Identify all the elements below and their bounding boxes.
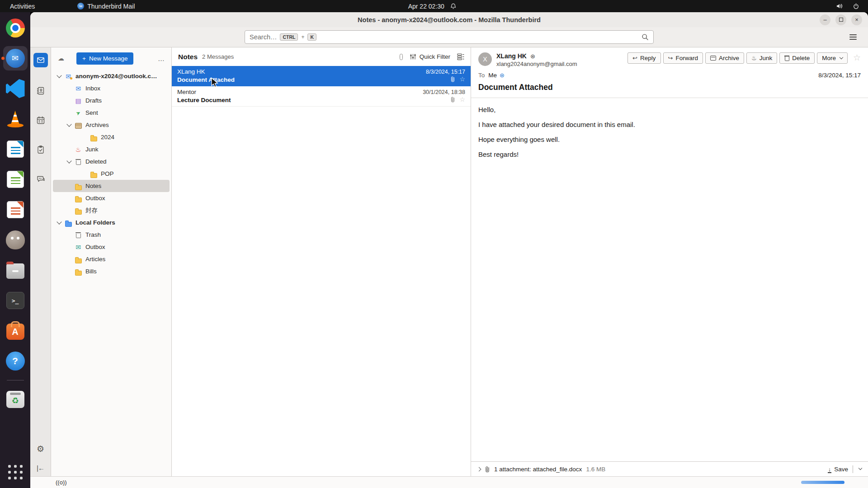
folder-item-trash[interactable]: Trash — [53, 229, 170, 241]
settings-gear-button[interactable]: ⚙ — [37, 444, 44, 454]
app-menu-button[interactable] — [847, 32, 859, 42]
dock-item-libreoffice-writer[interactable] — [3, 137, 28, 161]
folder-item-sent[interactable]: Sent — [53, 107, 170, 119]
message-list-display-options-icon[interactable] — [457, 53, 464, 60]
paperclip-icon — [450, 76, 455, 82]
dock-item-google-chrome[interactable] — [3, 16, 28, 40]
paperclip-icon — [450, 96, 455, 103]
delete-button[interactable]: Delete — [779, 52, 815, 64]
dock-item-libreoffice-calc[interactable] — [3, 167, 28, 192]
folder-item-anonym-x2024-outlook-c-[interactable]: anonym-x2024@outlook.c… — [53, 70, 170, 82]
folder-item-deleted[interactable]: Deleted — [53, 155, 170, 168]
maximize-button[interactable] — [835, 14, 846, 25]
dock-item-vlc[interactable] — [3, 107, 28, 131]
address-book-star-icon[interactable]: ⊛ — [530, 53, 535, 60]
reply-button[interactable]: Reply — [627, 52, 660, 64]
calendar-space-button[interactable] — [36, 116, 45, 125]
thunderbird-window: Notes - anonym-x2024@outlook.com - Mozil… — [30, 12, 868, 488]
mail-space-button[interactable] — [33, 53, 48, 67]
google-chrome-icon — [6, 19, 25, 38]
window-titlebar[interactable]: Notes - anonym-x2024@outlook.com - Mozil… — [30, 12, 868, 27]
addressbook-space-button[interactable] — [36, 86, 45, 95]
folder-item-archives[interactable]: Archives — [53, 119, 170, 131]
dock-item-gimp[interactable] — [3, 228, 28, 252]
chat-space-button[interactable] — [36, 174, 45, 183]
body-paragraph: I have attached your desired document in… — [478, 121, 861, 128]
search-input[interactable]: Search… CTRL + K — [245, 30, 654, 44]
folder-icon — [75, 207, 82, 214]
folder-icon — [75, 195, 82, 202]
star-icon[interactable]: ☆ — [459, 75, 465, 83]
star-icon[interactable]: ☆ — [459, 96, 465, 103]
bell-icon — [450, 3, 457, 10]
thread-pane-handle-icon[interactable] — [400, 54, 403, 60]
recipient-address-book-icon[interactable]: ⊛ — [500, 72, 505, 79]
folder-item-drafts[interactable]: Drafts — [53, 94, 170, 107]
folder-item-local-folders[interactable]: Local Folders — [53, 216, 170, 229]
system-tray[interactable] — [835, 2, 860, 10]
dock-item-thunderbird[interactable] — [3, 46, 28, 70]
chevron-down-icon[interactable] — [66, 122, 71, 127]
folder-item-outbox[interactable]: Outbox — [53, 192, 170, 204]
dock-item-ubuntu-software[interactable] — [3, 319, 28, 343]
trash-can-icon — [75, 158, 82, 165]
folder-item-封存[interactable]: 封存 — [53, 204, 170, 216]
folder-item-articles[interactable]: Articles — [53, 253, 170, 265]
dock-item-terminal[interactable] — [3, 288, 28, 313]
dock-item-help[interactable] — [3, 349, 28, 373]
dock-item-trash[interactable] — [3, 387, 28, 412]
save-attachment-button[interactable]: Save — [834, 466, 848, 473]
activities-button[interactable]: Activities — [6, 2, 38, 11]
dock-item-app-grid[interactable] — [3, 460, 28, 484]
tasks-space-button[interactable] — [36, 145, 45, 154]
more-button[interactable]: More — [817, 52, 848, 64]
folder-pane-options-button[interactable]: … — [158, 55, 165, 62]
help-icon — [6, 352, 25, 371]
collapse-spaces-button[interactable]: |← — [37, 464, 44, 472]
star-message-icon[interactable]: ☆ — [853, 52, 861, 63]
folder-item-inbox[interactable]: Inbox — [53, 82, 170, 94]
folder-item-junk[interactable]: Junk — [53, 143, 170, 155]
libreoffice-impress-icon — [7, 201, 24, 218]
dock-item-files[interactable] — [3, 258, 28, 282]
save-menu-chevron-icon[interactable] — [859, 466, 862, 470]
chevron-down-icon[interactable] — [66, 158, 71, 163]
message-list-row[interactable]: Mentor 30/1/2024, 18:38 Lecture Document… — [172, 86, 471, 107]
cloud-status-icon[interactable] — [57, 55, 65, 62]
quick-filter-button[interactable]: Quick Filter — [410, 53, 450, 60]
app-menu[interactable]: ✉ Thunderbird Mail — [77, 3, 135, 10]
horizontal-scrollbar-thumb[interactable] — [801, 481, 844, 484]
folder-icon — [75, 256, 82, 263]
close-button[interactable]: × — [851, 14, 862, 25]
clock[interactable]: Apr 22 02:30 — [408, 3, 457, 10]
chevron-down-icon — [840, 56, 843, 59]
folder-item-bills[interactable]: Bills — [53, 265, 170, 277]
archive-button[interactable]: Archive — [705, 52, 744, 64]
attachment-bar: 1 attachment: attached_file.docx 1.6 MB … — [471, 461, 868, 476]
forward-icon — [668, 55, 673, 61]
terminal-icon — [6, 292, 24, 309]
to-value: Me — [488, 72, 497, 79]
message-list-row[interactable]: XLang HK 8/3/2024, 15:17 Document Attach… — [172, 66, 471, 86]
minimize-button[interactable]: – — [820, 14, 830, 25]
folder-item-pop[interactable]: POP — [53, 168, 170, 180]
divider — [853, 465, 853, 473]
folder-item-2024[interactable]: 2024 — [53, 131, 170, 143]
kbd-plus: + — [301, 34, 304, 40]
dock-item-vscode[interactable] — [3, 76, 28, 101]
chevron-down-icon[interactable] — [57, 73, 61, 78]
folder-item-outbox[interactable]: Outbox — [53, 241, 170, 253]
attachment-size: 1.6 MB — [586, 466, 605, 473]
forward-button[interactable]: Forward — [663, 52, 703, 64]
kbd-k-badge: K — [307, 33, 316, 41]
folder-icon — [75, 268, 82, 275]
attachment-summary[interactable]: 1 attachment: attached_file.docx — [494, 466, 582, 473]
junk-button[interactable]: Junk — [746, 52, 777, 64]
attachment-expander-icon[interactable] — [477, 467, 481, 471]
folder-icon — [90, 134, 97, 141]
new-message-button[interactable]: + New Message — [76, 52, 133, 65]
dock-item-libreoffice-impress[interactable] — [3, 197, 28, 222]
chevron-down-icon[interactable] — [57, 219, 61, 224]
folder-item-notes[interactable]: Notes — [53, 180, 170, 192]
vscode-icon — [6, 79, 25, 98]
